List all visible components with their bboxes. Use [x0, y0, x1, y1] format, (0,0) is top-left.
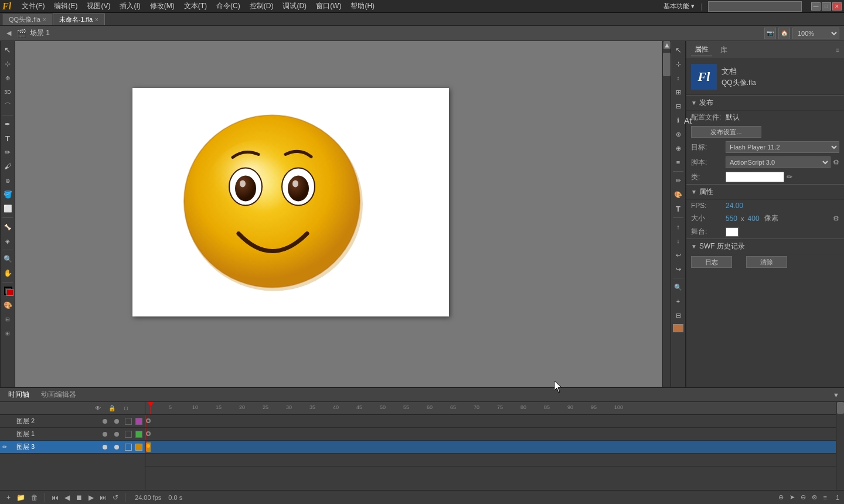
maximize-button[interactable]: □ [822, 2, 831, 11]
layer2-visibility-dot[interactable] [103, 419, 107, 424]
tool-paint-bucket[interactable]: 🪣 [1, 188, 14, 201]
menu-help[interactable]: 帮助(H) [346, 0, 379, 12]
tool-bone[interactable]: 🦴 [1, 220, 14, 233]
menu-command[interactable]: 命令(C) [212, 0, 245, 12]
layer3-outline-box[interactable] [125, 444, 132, 451]
timeline-scroll-thumb[interactable] [837, 402, 844, 414]
frame1-keyframe-dot[interactable] [146, 431, 151, 436]
scene-camera-icon[interactable]: 📷 [764, 28, 776, 39]
size-edit-icon[interactable]: ⚙ [833, 214, 839, 223]
tool-subselect[interactable]: ⊹ [1, 57, 14, 70]
menu-file[interactable]: 文件(F) [17, 0, 49, 12]
minimize-button[interactable]: — [811, 2, 821, 11]
add-layer-button[interactable]: + [5, 493, 12, 502]
publish-section-header[interactable]: ▼ 发布 [686, 95, 844, 111]
play-end-button[interactable]: ⏭ [98, 493, 108, 502]
fps-value[interactable]: 24.00 [726, 202, 743, 210]
tool-transform[interactable]: ⟰ [1, 71, 14, 84]
target-select[interactable]: Flash Player 11.2 [726, 141, 839, 153]
tab-unnamed[interactable]: 未命名-1.fla × [53, 13, 105, 25]
add-classic-tween-icon[interactable]: ➤ [788, 493, 797, 501]
rt-select2-icon[interactable]: ⊹ [672, 57, 685, 70]
script-select[interactable]: ActionScript 3.0 [726, 156, 831, 168]
rt-align-icon[interactable]: ≡ [672, 156, 685, 169]
rt-scale-icon[interactable]: ⊟ [672, 100, 685, 113]
menu-window[interactable]: 窗口(W) [311, 0, 346, 12]
layer1-color-box[interactable] [135, 431, 142, 438]
tool-eraser[interactable]: ⬜ [1, 202, 14, 215]
edit-onion-markers-icon[interactable]: ≡ [821, 494, 828, 501]
scrollbar-thumb-v[interactable] [663, 53, 671, 76]
tool-zoom[interactable]: 🔍 [1, 253, 14, 265]
clear-button[interactable]: 清除 [746, 256, 787, 268]
tool-bind[interactable]: ◈ [1, 234, 14, 247]
rt-text-icon[interactable]: T [672, 202, 685, 215]
layer2-color-box[interactable] [135, 418, 142, 425]
rt-center-icon[interactable]: ⊕ [672, 142, 685, 155]
play-back-start-button[interactable]: ⏮ [50, 493, 60, 502]
rt-color-icon[interactable]: 🎨 [672, 188, 685, 201]
tool-hand[interactable]: ✋ [1, 267, 14, 280]
attributes-section-header[interactable]: ▼ 属性 [686, 184, 844, 200]
tool-brush[interactable]: 🖌 [1, 160, 14, 173]
menu-view[interactable]: 视图(V) [82, 0, 115, 12]
tool-text[interactable]: T [1, 132, 14, 145]
rt-snap-icon[interactable]: ⊛ [672, 128, 685, 141]
layer3-lock-dot[interactable] [114, 445, 119, 449]
publish-settings-button[interactable]: 发布设置... [691, 126, 761, 138]
script-settings-icon[interactable]: ⚙ [833, 158, 839, 166]
menu-modify[interactable]: 修改(M) [145, 0, 179, 12]
tool-pencil[interactable]: ✏ [1, 146, 14, 159]
rt-arrow-up-icon[interactable]: ↑ [672, 220, 685, 233]
rt-transform-icon[interactable]: ↕ [672, 71, 685, 84]
frame3-keyframe-filled[interactable] [147, 444, 150, 448]
scene-nav-back[interactable]: ◀ [5, 29, 13, 38]
tool-pen[interactable]: ✒ [1, 118, 14, 131]
menu-edit[interactable]: 编辑(E) [49, 0, 82, 12]
tab-close-icon[interactable]: × [95, 16, 98, 23]
loop-button[interactable]: ↺ [111, 493, 120, 502]
close-button[interactable]: ✕ [832, 2, 842, 11]
layer1-name[interactable]: 图层 1 [14, 430, 98, 438]
layer2-outline-box[interactable] [125, 418, 132, 425]
layer1-lock-dot[interactable] [114, 432, 119, 437]
rt-redo-icon[interactable]: ↪ [672, 263, 685, 275]
frames-area[interactable]: 5 10 15 20 25 30 35 40 45 50 55 60 65 70… [145, 402, 836, 490]
rt-info-icon[interactable]: ℹ [672, 114, 685, 127]
frame2-keyframe-dot[interactable] [146, 418, 151, 423]
layer1-outline-box[interactable] [125, 431, 132, 438]
scene-view-icon[interactable]: 🏠 [778, 28, 790, 39]
size-height[interactable]: 400 [748, 214, 760, 223]
layer3-visibility-dot[interactable] [103, 445, 107, 449]
timeline-vscroll[interactable] [836, 402, 844, 490]
timeline-collapse-icon[interactable]: ▼ [833, 391, 839, 399]
rt-select-icon[interactable]: ↖ [672, 43, 685, 56]
stage-color-swatch[interactable] [726, 227, 738, 237]
tool-fill-color[interactable]: 🎨 [1, 299, 14, 312]
workspace-selector[interactable]: 基本功能 ▾ [663, 2, 695, 11]
play-button[interactable]: ▶ [87, 493, 96, 502]
class-input[interactable] [726, 172, 784, 182]
play-prev-button[interactable]: ◀ [63, 493, 72, 502]
rt-grid-icon[interactable]: ⊞ [672, 86, 685, 98]
onion-outline-icon[interactable]: ⊗ [810, 493, 819, 501]
props-tab-library[interactable]: 库 [717, 44, 731, 56]
tool-options[interactable]: ⊞ [1, 327, 14, 340]
layer1-visibility-dot[interactable] [103, 432, 107, 437]
stop-button[interactable]: ⏹ [74, 493, 84, 502]
rt-color-swatch[interactable] [673, 324, 683, 332]
tool-stroke-color[interactable] [1, 285, 14, 298]
tool-lasso[interactable]: ⌒ [1, 100, 14, 113]
tool-spray[interactable]: ⊛ [1, 174, 14, 187]
rt-fit-icon[interactable]: ⊟ [672, 309, 685, 322]
class-edit-icon[interactable]: ✏ [787, 173, 792, 181]
size-width[interactable]: 550 [726, 214, 737, 223]
tab-close-icon[interactable]: × [43, 16, 46, 23]
timeline-tab-motion-editor[interactable]: 动画编辑器 [38, 389, 80, 401]
scrollbar-up-arrow[interactable]: ▲ [663, 41, 671, 49]
add-folder-button[interactable]: 📁 [15, 493, 27, 502]
tab-qq-avatar[interactable]: QQ头像.fla × [2, 13, 53, 25]
layer2-lock-dot[interactable] [114, 419, 119, 424]
ruler-playhead[interactable] [148, 402, 154, 415]
layer3-color-box[interactable] [135, 444, 142, 451]
